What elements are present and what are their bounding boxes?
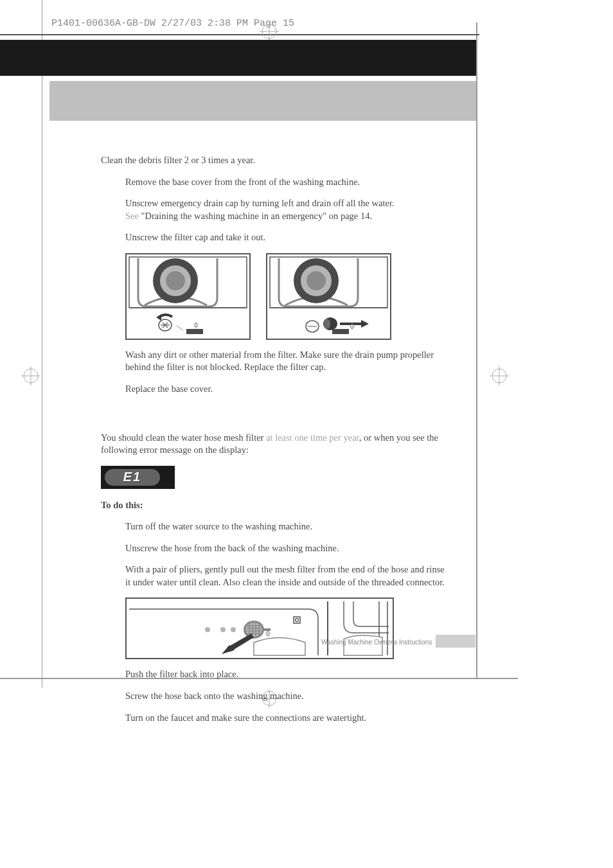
error-code: E1 (123, 468, 141, 486)
svg-point-48 (245, 623, 262, 637)
svg-marker-22 (156, 314, 161, 321)
svg-rect-57 (263, 628, 271, 631)
section1-intro: Clean the debris filter 2 or 3 times a y… (101, 154, 448, 167)
svg-point-63 (296, 619, 299, 622)
svg-rect-35 (332, 329, 349, 334)
step2-see: See (125, 211, 141, 221)
svg-point-45 (220, 627, 226, 632)
figure-filter-remove (266, 253, 391, 340)
crop-mark-left (21, 366, 40, 385)
svg-rect-43 (327, 601, 328, 655)
footer-text: Washing Machine Owner's Instructions (321, 639, 432, 646)
header-black-bar (0, 40, 476, 76)
error-display-screen: E1 (105, 469, 160, 486)
step2-line1: Unscrew emergency drain cap by turning l… (125, 198, 395, 208)
section1-step4: Wash any dirt or other material from the… (125, 349, 448, 374)
section2-step6: Turn on the faucet and make sure the con… (125, 712, 448, 725)
todo-heading: To do this: (101, 499, 448, 512)
section2-step2: Unscrew the hose from the back of the wa… (125, 542, 448, 555)
crop-mark-top (260, 22, 279, 41)
section2-step3: With a pair of pliers, gently pull out t… (125, 563, 448, 589)
page-frame-left (42, 0, 42, 687)
section2-intro: You should clean the water hose mesh fil… (101, 432, 448, 457)
section1-step1: Remove the base cover from the front of … (125, 176, 448, 189)
svg-point-16 (166, 271, 185, 290)
print-job-header: P1401-00636A-GB-DW 2/27/03 2:38 PM Page … (51, 18, 294, 29)
svg-rect-62 (294, 617, 300, 623)
figure-filter-unscrew (125, 253, 251, 340)
section1-step2: Unscrew emergency drain cap by turning l… (125, 197, 448, 222)
section1-step3: Unscrew the filter cap and take it out. (125, 231, 448, 244)
section2-step1: Turn off the water source to the washing… (125, 520, 448, 533)
header-grey-banner (49, 81, 476, 121)
intro-grey: at least one time per year (266, 432, 359, 443)
svg-point-37 (324, 319, 330, 329)
figure-hose-filter (125, 598, 394, 659)
svg-point-44 (205, 627, 210, 632)
error-display-panel: E1 (101, 466, 175, 489)
footer-page-bar (436, 635, 475, 648)
section1-step5: Replace the base cover. (125, 383, 448, 396)
page-frame-right (476, 22, 477, 678)
svg-line-26 (177, 326, 183, 330)
page-frame-top (0, 34, 479, 35)
svg-point-31 (306, 271, 326, 290)
section2-step5: Screw the hose back onto the washing mac… (125, 690, 448, 703)
svg-marker-39 (361, 320, 369, 328)
crop-mark-right (490, 366, 509, 385)
main-content: Clean the debris filter 2 or 3 times a y… (101, 154, 448, 733)
figure-row-1 (125, 253, 448, 340)
svg-rect-23 (186, 329, 203, 334)
section2-step4: Push the filter back into place. (125, 668, 448, 681)
step2-ref: "Draining the washing machine in an emer… (141, 211, 372, 221)
intro-a: You should clean the water hose mesh fil… (101, 432, 266, 443)
svg-point-46 (231, 627, 236, 632)
